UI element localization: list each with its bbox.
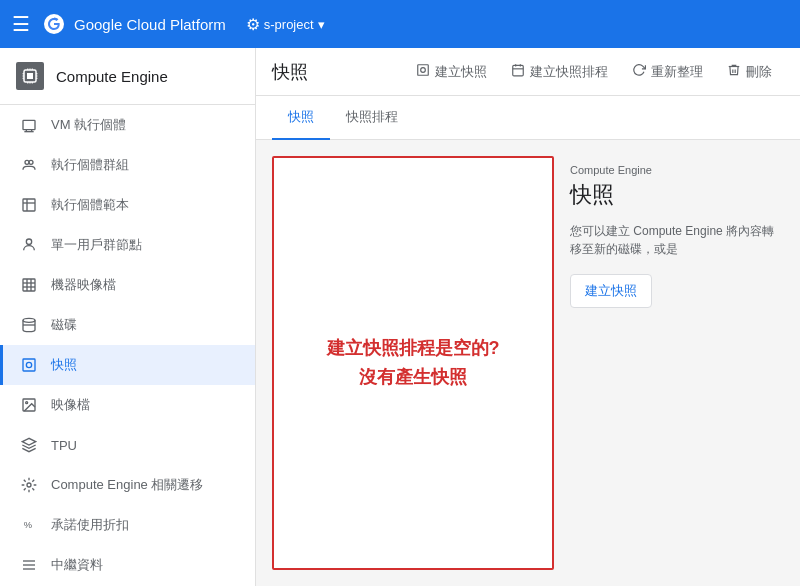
content-area: 快照 建立快照 建立快照排程 重新整理	[256, 48, 800, 586]
project-dropdown-icon: ▾	[318, 17, 325, 32]
sidebar-item-sole-tenant[interactable]: 單一用戶群節點	[0, 225, 255, 265]
sidebar-header: Compute Engine	[0, 48, 255, 105]
tab-snapshot-schedule-label: 快照排程	[346, 109, 398, 124]
create-snapshot-button[interactable]: 建立快照	[404, 57, 499, 87]
svg-rect-25	[23, 279, 35, 291]
cpu-icon	[21, 67, 39, 85]
sole-tenant-icon	[19, 235, 39, 255]
sidebar-item-snapshots-label: 快照	[51, 356, 77, 374]
sidebar-item-instance-groups[interactable]: 執行個體群組	[0, 145, 255, 185]
svg-point-24	[26, 239, 31, 244]
svg-rect-15	[23, 120, 35, 129]
empty-state-box: 建立快照排程是空的? 沒有產生快照	[272, 156, 554, 570]
sidebar-item-instance-templates-label: 執行個體範本	[51, 196, 129, 214]
disks-icon	[19, 315, 39, 335]
reorganize-button[interactable]: 重新整理	[620, 57, 715, 87]
sidebar-item-committed[interactable]: % 承諾使用折扣	[0, 505, 255, 545]
delete-button[interactable]: 刪除	[715, 57, 784, 87]
sidebar-item-migrate[interactable]: Compute Engine 相關遷移	[0, 465, 255, 505]
sidebar-item-images[interactable]: 映像檔	[0, 385, 255, 425]
instance-groups-icon	[19, 155, 39, 175]
project-name: s-project	[264, 17, 314, 32]
sidebar-item-metadata[interactable]: 中繼資料	[0, 545, 255, 585]
svg-point-20	[29, 160, 33, 164]
info-panel: Compute Engine 快照 您可以建立 Compute Engine 將…	[570, 156, 784, 570]
sidebar-header-title: Compute Engine	[56, 68, 168, 85]
create-schedule-button[interactable]: 建立快照排程	[499, 57, 620, 87]
svg-rect-30	[23, 359, 35, 371]
create-schedule-icon	[511, 63, 525, 80]
sidebar-item-migrate-label: Compute Engine 相關遷移	[51, 476, 203, 494]
empty-state-line2: 沒有產生快照	[327, 363, 500, 392]
topbar-title: Google Cloud Platform	[74, 16, 226, 33]
instance-templates-icon	[19, 195, 39, 215]
tpu-icon	[19, 435, 39, 455]
metadata-icon	[19, 555, 39, 575]
svg-point-28	[23, 318, 35, 322]
svg-rect-21	[23, 199, 35, 211]
machine-images-icon	[19, 275, 39, 295]
create-schedule-label: 建立快照排程	[530, 63, 608, 81]
empty-state-text: 建立快照排程是空的? 沒有產生快照	[327, 334, 500, 392]
sidebar-item-sole-tenant-label: 單一用戶群節點	[51, 236, 142, 254]
svg-rect-2	[27, 73, 33, 79]
sidebar-item-images-label: 映像檔	[51, 396, 90, 414]
main-layout: Compute Engine VM 執行個體 執行個體群組 執行個體範本 單	[0, 48, 800, 586]
delete-label: 刪除	[746, 63, 772, 81]
svg-point-31	[26, 362, 31, 367]
sidebar: Compute Engine VM 執行個體 執行個體群組 執行個體範本 單	[0, 48, 256, 586]
svg-point-40	[421, 68, 426, 73]
delete-icon	[727, 63, 741, 80]
topbar: ☰ Google Cloud Platform ⚙ s-project ▾	[0, 0, 800, 48]
sidebar-item-tpu-label: TPU	[51, 438, 77, 453]
content-body: 建立快照排程是空的? 沒有產生快照 Compute Engine 快照 您可以建…	[256, 140, 800, 586]
sidebar-item-vm-label: VM 執行個體	[51, 116, 126, 134]
svg-text:%: %	[24, 520, 32, 530]
info-panel-subtitle: Compute Engine	[570, 164, 784, 176]
sidebar-item-disks-label: 磁碟	[51, 316, 77, 334]
content-toolbar: 快照 建立快照 建立快照排程 重新整理	[256, 48, 800, 96]
project-icon: ⚙	[246, 15, 260, 34]
committed-icon: %	[19, 515, 39, 535]
info-panel-create-snapshot-label: 建立快照	[585, 282, 637, 300]
tab-snapshots[interactable]: 快照	[272, 96, 330, 140]
info-panel-title: 快照	[570, 180, 784, 210]
sidebar-item-committed-label: 承諾使用折扣	[51, 516, 129, 534]
sidebar-item-vm[interactable]: VM 執行個體	[0, 105, 255, 145]
menu-icon[interactable]: ☰	[12, 12, 30, 36]
svg-rect-41	[513, 65, 524, 76]
sidebar-item-machine-images-label: 機器映像檔	[51, 276, 116, 294]
create-snapshot-icon	[416, 63, 430, 80]
svg-rect-39	[418, 65, 429, 76]
tab-snapshot-schedule[interactable]: 快照排程	[330, 96, 414, 140]
migrate-icon	[19, 475, 39, 495]
snapshots-icon	[19, 355, 39, 375]
sidebar-item-snapshots[interactable]: 快照	[0, 345, 255, 385]
sidebar-item-instance-templates[interactable]: 執行個體範本	[0, 185, 255, 225]
tab-snapshots-label: 快照	[288, 109, 314, 124]
svg-point-33	[26, 402, 28, 404]
reorganize-icon	[632, 63, 646, 80]
empty-state-line1: 建立快照排程是空的?	[327, 334, 500, 363]
topbar-project[interactable]: ⚙ s-project ▾	[246, 15, 325, 34]
vm-icon	[19, 115, 39, 135]
reorganize-label: 重新整理	[651, 63, 703, 81]
content-title: 快照	[272, 60, 308, 84]
sidebar-item-disks[interactable]: 磁碟	[0, 305, 255, 345]
sidebar-item-tpu[interactable]: TPU	[0, 425, 255, 465]
create-snapshot-label: 建立快照	[435, 63, 487, 81]
compute-engine-icon	[16, 62, 44, 90]
images-icon	[19, 395, 39, 415]
sidebar-item-instance-groups-label: 執行個體群組	[51, 156, 129, 174]
topbar-logo: Google Cloud Platform	[42, 12, 226, 36]
sidebar-item-machine-images[interactable]: 機器映像檔	[0, 265, 255, 305]
svg-point-34	[27, 483, 31, 487]
info-panel-description: 您可以建立 Compute Engine 將內容轉移至新的磁碟，或是	[570, 222, 784, 258]
info-panel-create-snapshot-button[interactable]: 建立快照	[570, 274, 652, 308]
sidebar-item-metadata-label: 中繼資料	[51, 556, 103, 574]
google-logo-icon	[42, 12, 66, 36]
tabs: 快照 快照排程	[256, 96, 800, 140]
